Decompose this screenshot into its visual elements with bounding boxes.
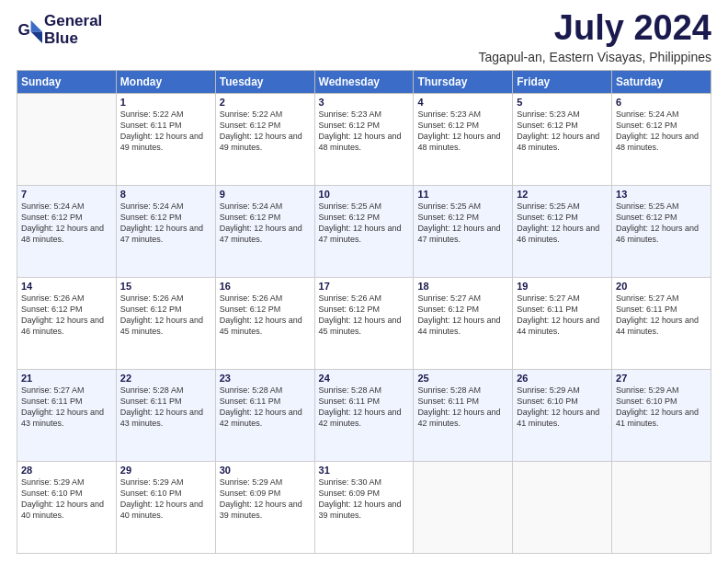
day-number: 23 xyxy=(220,373,311,384)
day-number: 17 xyxy=(319,281,410,292)
day-info: Sunrise: 5:25 AMSunset: 6:12 PMDaylight:… xyxy=(319,201,410,246)
day-info: Sunrise: 5:23 AMSunset: 6:12 PMDaylight:… xyxy=(517,109,608,154)
table-row: 17Sunrise: 5:26 AMSunset: 6:12 PMDayligh… xyxy=(314,277,414,369)
calendar-week-row: 14Sunrise: 5:26 AMSunset: 6:12 PMDayligh… xyxy=(17,277,711,369)
day-info: Sunrise: 5:29 AMSunset: 6:09 PMDaylight:… xyxy=(220,477,311,522)
table-row: 23Sunrise: 5:28 AMSunset: 6:11 PMDayligh… xyxy=(215,369,314,461)
day-info: Sunrise: 5:29 AMSunset: 6:10 PMDaylight:… xyxy=(616,385,707,430)
day-number: 30 xyxy=(220,465,311,476)
day-number: 15 xyxy=(120,281,211,292)
table-row xyxy=(17,93,117,185)
table-row: 22Sunrise: 5:28 AMSunset: 6:11 PMDayligh… xyxy=(116,369,215,461)
table-row: 25Sunrise: 5:28 AMSunset: 6:11 PMDayligh… xyxy=(414,369,513,461)
logo-line2: Blue xyxy=(44,30,102,48)
table-row: 12Sunrise: 5:25 AMSunset: 6:12 PMDayligh… xyxy=(513,185,612,277)
day-info: Sunrise: 5:24 AMSunset: 6:12 PMDaylight:… xyxy=(616,109,707,154)
table-row: 28Sunrise: 5:29 AMSunset: 6:10 PMDayligh… xyxy=(17,461,117,553)
title-block: July 2024 Tagapul-an, Eastern Visayas, P… xyxy=(479,9,711,64)
day-number: 27 xyxy=(616,373,707,384)
table-row: 27Sunrise: 5:29 AMSunset: 6:10 PMDayligh… xyxy=(612,369,711,461)
day-number: 31 xyxy=(319,465,410,476)
table-row: 8Sunrise: 5:24 AMSunset: 6:12 PMDaylight… xyxy=(116,185,215,277)
day-info: Sunrise: 5:25 AMSunset: 6:12 PMDaylight:… xyxy=(517,201,608,246)
table-row: 9Sunrise: 5:24 AMSunset: 6:12 PMDaylight… xyxy=(215,185,314,277)
day-number: 3 xyxy=(319,97,410,108)
table-row: 14Sunrise: 5:26 AMSunset: 6:12 PMDayligh… xyxy=(17,277,117,369)
day-number: 1 xyxy=(120,97,211,108)
day-info: Sunrise: 5:22 AMSunset: 6:11 PMDaylight:… xyxy=(120,109,211,154)
day-number: 28 xyxy=(21,465,112,476)
table-row: 19Sunrise: 5:27 AMSunset: 6:11 PMDayligh… xyxy=(513,277,612,369)
day-info: Sunrise: 5:27 AMSunset: 6:11 PMDaylight:… xyxy=(21,385,112,430)
col-saturday: Saturday xyxy=(612,70,711,93)
day-info: Sunrise: 5:28 AMSunset: 6:11 PMDaylight:… xyxy=(417,385,508,430)
col-tuesday: Tuesday xyxy=(215,70,314,93)
main-title: July 2024 xyxy=(479,9,711,48)
day-number: 26 xyxy=(517,373,608,384)
header: G General Blue July 2024 Tagapul-an, Eas… xyxy=(17,9,711,64)
col-friday: Friday xyxy=(513,70,612,93)
table-row: 6Sunrise: 5:24 AMSunset: 6:12 PMDaylight… xyxy=(612,93,711,185)
day-number: 6 xyxy=(616,97,707,108)
day-number: 16 xyxy=(220,281,311,292)
day-info: Sunrise: 5:27 AMSunset: 6:12 PMDaylight:… xyxy=(417,293,508,338)
day-info: Sunrise: 5:29 AMSunset: 6:10 PMDaylight:… xyxy=(120,477,211,522)
day-number: 2 xyxy=(220,97,311,108)
table-row: 24Sunrise: 5:28 AMSunset: 6:11 PMDayligh… xyxy=(314,369,414,461)
day-number: 19 xyxy=(517,281,608,292)
table-row xyxy=(414,461,513,553)
day-number: 14 xyxy=(21,281,112,292)
day-info: Sunrise: 5:30 AMSunset: 6:09 PMDaylight:… xyxy=(319,477,410,522)
table-row: 2Sunrise: 5:22 AMSunset: 6:12 PMDaylight… xyxy=(215,93,314,185)
day-info: Sunrise: 5:28 AMSunset: 6:11 PMDaylight:… xyxy=(120,385,211,430)
calendar-week-row: 1Sunrise: 5:22 AMSunset: 6:11 PMDaylight… xyxy=(17,93,711,185)
table-row: 30Sunrise: 5:29 AMSunset: 6:09 PMDayligh… xyxy=(215,461,314,553)
col-monday: Monday xyxy=(116,70,215,93)
day-info: Sunrise: 5:23 AMSunset: 6:12 PMDaylight:… xyxy=(319,109,410,154)
table-row: 18Sunrise: 5:27 AMSunset: 6:12 PMDayligh… xyxy=(414,277,513,369)
day-info: Sunrise: 5:23 AMSunset: 6:12 PMDaylight:… xyxy=(417,109,508,154)
table-row: 4Sunrise: 5:23 AMSunset: 6:12 PMDaylight… xyxy=(414,93,513,185)
day-info: Sunrise: 5:24 AMSunset: 6:12 PMDaylight:… xyxy=(120,201,211,246)
day-number: 20 xyxy=(616,281,707,292)
logo: G General Blue xyxy=(17,13,102,47)
day-info: Sunrise: 5:24 AMSunset: 6:12 PMDaylight:… xyxy=(21,201,112,246)
table-row: 11Sunrise: 5:25 AMSunset: 6:12 PMDayligh… xyxy=(414,185,513,277)
table-row: 1Sunrise: 5:22 AMSunset: 6:11 PMDaylight… xyxy=(116,93,215,185)
day-info: Sunrise: 5:25 AMSunset: 6:12 PMDaylight:… xyxy=(417,201,508,246)
calendar-week-row: 28Sunrise: 5:29 AMSunset: 6:10 PMDayligh… xyxy=(17,461,711,553)
day-info: Sunrise: 5:29 AMSunset: 6:10 PMDaylight:… xyxy=(517,385,608,430)
logo-icon: G xyxy=(17,17,42,43)
day-info: Sunrise: 5:27 AMSunset: 6:11 PMDaylight:… xyxy=(616,293,707,338)
subtitle: Tagapul-an, Eastern Visayas, Philippines xyxy=(479,50,711,64)
day-number: 21 xyxy=(21,373,112,384)
day-number: 8 xyxy=(120,189,211,200)
day-number: 18 xyxy=(417,281,508,292)
table-row: 16Sunrise: 5:26 AMSunset: 6:12 PMDayligh… xyxy=(215,277,314,369)
svg-text:G: G xyxy=(18,20,30,38)
day-number: 9 xyxy=(220,189,311,200)
day-number: 5 xyxy=(517,97,608,108)
day-info: Sunrise: 5:24 AMSunset: 6:12 PMDaylight:… xyxy=(220,201,311,246)
table-row: 21Sunrise: 5:27 AMSunset: 6:11 PMDayligh… xyxy=(17,369,117,461)
table-row: 20Sunrise: 5:27 AMSunset: 6:11 PMDayligh… xyxy=(612,277,711,369)
day-info: Sunrise: 5:29 AMSunset: 6:10 PMDaylight:… xyxy=(21,477,112,522)
day-info: Sunrise: 5:28 AMSunset: 6:11 PMDaylight:… xyxy=(220,385,311,430)
day-number: 7 xyxy=(21,189,112,200)
table-row: 15Sunrise: 5:26 AMSunset: 6:12 PMDayligh… xyxy=(116,277,215,369)
table-row xyxy=(612,461,711,553)
col-thursday: Thursday xyxy=(414,70,513,93)
table-row: 7Sunrise: 5:24 AMSunset: 6:12 PMDaylight… xyxy=(17,185,117,277)
day-info: Sunrise: 5:27 AMSunset: 6:11 PMDaylight:… xyxy=(517,293,608,338)
table-row xyxy=(513,461,612,553)
day-number: 29 xyxy=(120,465,211,476)
day-info: Sunrise: 5:26 AMSunset: 6:12 PMDaylight:… xyxy=(220,293,311,338)
table-row: 31Sunrise: 5:30 AMSunset: 6:09 PMDayligh… xyxy=(314,461,414,553)
day-info: Sunrise: 5:28 AMSunset: 6:11 PMDaylight:… xyxy=(319,385,410,430)
col-sunday: Sunday xyxy=(17,70,117,93)
day-number: 10 xyxy=(319,189,410,200)
table-row: 26Sunrise: 5:29 AMSunset: 6:10 PMDayligh… xyxy=(513,369,612,461)
calendar-week-row: 7Sunrise: 5:24 AMSunset: 6:12 PMDaylight… xyxy=(17,185,711,277)
calendar-header-row: Sunday Monday Tuesday Wednesday Thursday… xyxy=(17,70,711,93)
logo-line1: General xyxy=(44,13,102,30)
